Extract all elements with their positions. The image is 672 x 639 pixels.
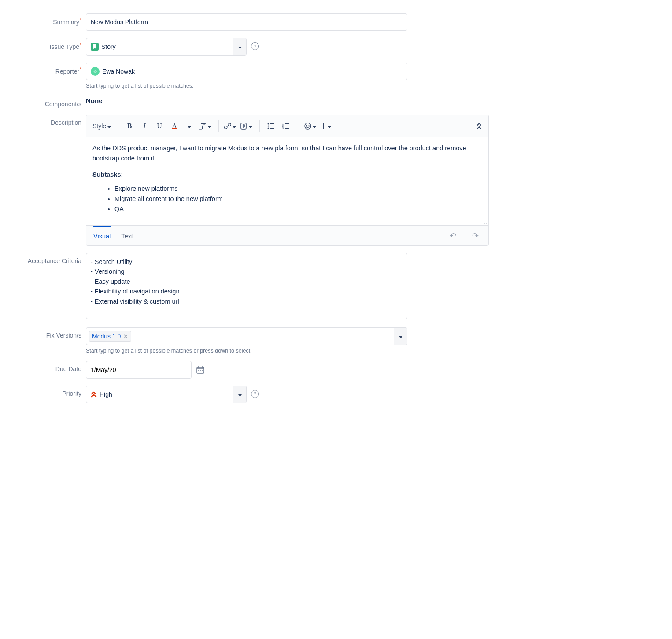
subtask-item: Migrate all content to the new platform [114, 194, 482, 204]
numbered-list-icon: 123 [282, 123, 289, 129]
svg-point-18 [198, 370, 199, 371]
collapse-button[interactable] [476, 123, 482, 130]
reporter-input[interactable]: ☺ Ewa Nowak [86, 63, 407, 80]
story-icon [91, 43, 99, 51]
subtask-item: QA [114, 204, 482, 214]
description-text: As the DDS product manager, I want to mi… [92, 143, 482, 163]
svg-point-4 [268, 127, 269, 129]
avatar-icon: ☺ [91, 67, 100, 76]
svg-point-21 [198, 372, 199, 372]
plus-icon [320, 123, 326, 129]
chevron-down-icon [238, 43, 242, 50]
style-button[interactable]: Style [92, 120, 111, 132]
priority-high-icon [91, 390, 97, 398]
undo-button[interactable]: ↶ [447, 231, 459, 241]
due-date-input[interactable] [86, 361, 192, 379]
svg-point-14 [305, 123, 311, 129]
clear-format-icon: » [199, 123, 207, 130]
insert-more-button[interactable] [320, 120, 331, 132]
fix-version-dropdown-button[interactable] [394, 328, 407, 345]
emoji-button[interactable] [304, 120, 316, 132]
resize-grip-icon[interactable] [482, 219, 487, 224]
chevron-down-icon [107, 123, 111, 130]
svg-point-15 [306, 125, 307, 126]
svg-rect-7 [270, 128, 274, 129]
link-button[interactable] [224, 120, 236, 132]
description-editor: Style B I U A » [86, 115, 489, 246]
svg-rect-11 [285, 123, 289, 124]
acceptance-textarea[interactable]: - Search Utility - Versioning - Easy upd… [86, 253, 407, 319]
issue-type-dropdown-button[interactable] [233, 38, 246, 55]
components-value: None [86, 96, 498, 104]
priority-dropdown-button[interactable] [233, 386, 246, 403]
italic-button[interactable]: I [139, 120, 150, 132]
text-color-menu[interactable] [184, 120, 195, 132]
chevron-down-icon [328, 122, 331, 130]
remove-token-icon[interactable]: ✕ [123, 333, 128, 340]
help-icon[interactable]: ? [251, 390, 259, 398]
numbered-list-button[interactable]: 123 [280, 120, 292, 132]
reporter-hint: Start typing to get a list of possible m… [86, 83, 498, 89]
chevron-down-icon [238, 391, 242, 398]
chevron-down-icon [208, 122, 211, 130]
fix-version-token[interactable]: Modus 1.0 ✕ [89, 331, 131, 342]
svg-rect-12 [285, 126, 289, 126]
svg-point-3 [268, 125, 269, 126]
components-label: Component/s [4, 96, 86, 108]
help-icon[interactable]: ? [251, 42, 259, 50]
attachment-button[interactable] [240, 120, 252, 132]
fix-version-select[interactable]: Modus 1.0 ✕ [86, 327, 407, 345]
subtask-item: Explore new platforms [114, 184, 482, 194]
summary-input[interactable] [86, 13, 407, 31]
calendar-icon[interactable] [196, 365, 205, 374]
reporter-label: Reporter* [4, 63, 86, 75]
svg-point-20 [202, 370, 203, 371]
subtasks-label: Subtasks [92, 171, 121, 178]
issue-type-label: Issue Type* [4, 38, 86, 50]
priority-value: High [100, 391, 112, 398]
summary-label: Summary* [4, 13, 86, 26]
svg-rect-6 [270, 126, 274, 126]
underline-button[interactable]: U [154, 120, 165, 132]
fix-version-hint: Start typing to get a list of possible m… [86, 348, 498, 354]
bullet-list-icon [267, 123, 274, 129]
chevron-down-icon [399, 333, 402, 340]
chevron-down-icon [313, 122, 316, 130]
attachment-icon [240, 122, 247, 130]
chevron-down-icon [188, 122, 191, 130]
svg-point-2 [268, 123, 269, 124]
link-icon [224, 123, 231, 130]
chevron-down-icon [233, 122, 236, 130]
description-body[interactable]: As the DDS product manager, I want to mi… [86, 137, 488, 225]
priority-label: Priority [4, 386, 86, 397]
tab-visual[interactable]: Visual [93, 226, 111, 245]
acceptance-label: Acceptance Criteria [4, 253, 86, 264]
due-date-label: Due Date [4, 361, 86, 372]
chevron-down-icon [249, 122, 252, 130]
svg-rect-5 [270, 123, 274, 124]
priority-select[interactable]: High [86, 386, 247, 403]
svg-point-19 [200, 370, 201, 371]
clear-formatting-button[interactable]: » [199, 120, 211, 132]
bullet-list-button[interactable] [265, 120, 277, 132]
fix-version-label: Fix Version/s [4, 327, 86, 339]
svg-point-22 [200, 372, 201, 372]
collapse-icon [476, 123, 482, 130]
issue-type-value: Story [101, 43, 116, 50]
emoji-icon [304, 123, 311, 130]
svg-rect-13 [285, 128, 289, 129]
reporter-value: Ewa Nowak [102, 68, 135, 75]
tab-text[interactable]: Text [121, 226, 133, 245]
svg-point-16 [309, 125, 310, 126]
issue-type-select[interactable]: Story [86, 38, 247, 56]
editor-toolbar: Style B I U A » [86, 115, 488, 137]
bold-button[interactable]: B [124, 120, 135, 132]
redo-button[interactable]: ↷ [469, 231, 481, 241]
description-label: Description [4, 115, 86, 126]
svg-text:3: 3 [282, 127, 284, 129]
text-color-button[interactable]: A [169, 120, 180, 132]
